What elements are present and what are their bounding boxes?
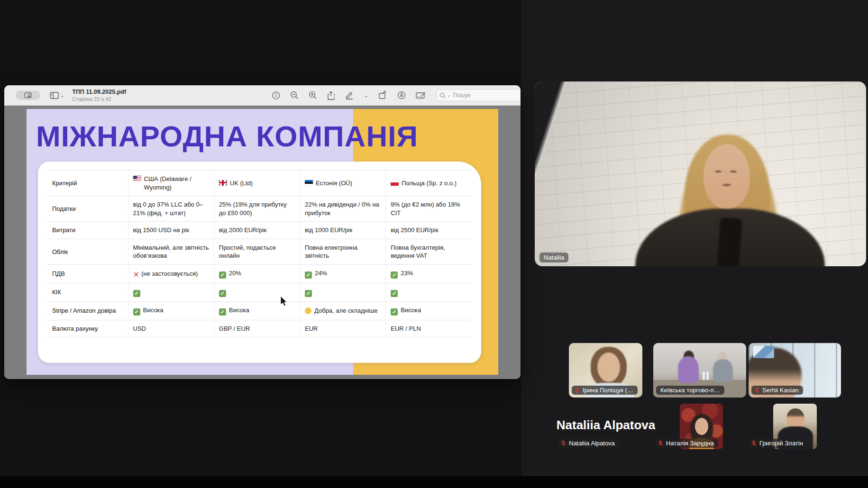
slide: МІЖНАРОДНА КОМПАНІЯ Критерій США (Delawa… [27,109,498,375]
column-header-text: UK (Ltd) [230,179,253,188]
participant-tile-irina[interactable]: Ірина Поліщук (… [569,343,642,398]
main-speaker-video[interactable]: Nataliia [535,81,866,266]
muted-mic-icon [751,440,757,446]
table-cell: від 1000 EUR/рік [300,222,386,239]
search-field[interactable]: ⌄ [436,89,521,101]
cell-text: 9% (до €2 млн) або 19% CIT [391,201,460,217]
cell-text: 20% [229,270,241,277]
table-cell: Простий, подається онлайн [214,239,300,264]
participant-name-text: Nataliia Alpatova [569,440,615,447]
screen: ⌄ ТПП 11.09.2025.pdf Сторінка 23 із 42 [0,0,868,488]
pdf-preview-window: ⌄ ТПП 11.09.2025.pdf Сторінка 23 із 42 [4,85,521,379]
table-column-header: Польща (Sp. z o.o.) [386,171,472,196]
table-cell: Добра, але складніше [300,301,386,320]
window-proxy-button[interactable] [16,90,40,100]
bottom-black-strip [0,476,868,488]
table-row: Податкивід 0 до 37% LLC або 0–21% (фед. … [47,196,472,222]
water-bottle [703,371,705,380]
table-row: ОблікМінімальний, але звітність обов’язк… [47,239,472,264]
row-label: КІК [47,283,128,301]
search-chevron-icon[interactable]: ⌄ [447,93,451,98]
cross-icon: ✕ [133,271,139,278]
table-cell: ✓20% [214,264,300,283]
sidebar-toggle-button[interactable] [50,92,59,99]
cell-text: Повна бухгалтерія, ведення VAT [391,244,445,260]
pl-flag-icon [391,180,399,186]
pdf-page-area: МІЖНАРОДНА КОМПАНІЯ Критерій США (Delawa… [4,106,521,379]
table-row: ПДВ✕(не застосовується)✓20%✓24%✓23% [47,264,472,283]
cell-text: Повна електронна звітність [305,244,357,260]
participant-name-label: Наталія Зарудна [655,439,718,448]
participant-tile-kyiv-chamber[interactable]: Київська торгово-п… [653,343,746,398]
cell-text: GBP / EUR [219,325,250,332]
form-fill-button[interactable] [416,91,426,99]
column-header-text: Естонія (OÜ) [316,179,352,188]
us-flag-icon [133,176,141,181]
info-button[interactable] [272,91,280,99]
participant-figure [678,356,699,383]
muted-mic-icon [754,387,760,393]
cell-text: від 2500 EUR/рік [391,226,438,234]
participant-figure [695,418,708,435]
document-title-block: ТПП 11.09.2025.pdf Сторінка 23 із 42 [72,89,126,102]
cell-text: Мінімальний, але звітність обов’язкова [133,244,209,260]
table-cell: ✓23% [386,264,472,283]
table-row: Валюта рахункуUSDGBP / EUREUREUR / PLN [47,320,472,337]
row-label: ПДВ [47,264,128,283]
table-row: Stripe / Amazon довіра✓Висока✓ВисокаДобр… [47,301,472,320]
participant-name-label: Київська торгово-п… [656,386,724,395]
row-label: Облік [47,239,128,264]
check-icon: ✓ [391,290,398,297]
participant-figure [597,352,620,382]
table-cell: від 2500 EUR/рік [386,222,472,239]
participant-name-text: Serhii Kasian [762,387,799,394]
table-cell: 9% (до €2 млн) або 19% CIT [386,196,472,222]
cell-text: від 1500 USD на рік [133,226,189,234]
markup-pencil-button[interactable] [345,91,354,99]
uk-flag-icon [219,180,227,186]
zoom-in-button[interactable] [309,91,317,99]
table-row: КІК✓✓✓✓ [47,283,472,301]
participant-tile-serhii[interactable]: Serhii Kasian [749,343,841,398]
page-indicator: Сторінка 23 із 42 [72,96,126,102]
pdf-toolbar: ⌄ ТПП 11.09.2025.pdf Сторінка 23 із 42 [4,85,521,106]
cell-text: від 2000 EUR/рік [219,226,266,234]
participant-name-label: Ірина Поліщук (… [572,386,638,395]
table-cell: ✓ [300,283,386,301]
cell-text: Висока [229,307,249,314]
markup-chevron-icon[interactable]: ⌄ [364,93,368,98]
table-cell: Мінімальний, але звітність обов’язкова [128,239,214,264]
check-icon: ✓ [219,308,226,316]
check-icon: ✓ [391,308,398,316]
table-cell: 22% на дивіденди / 0% на прибуток [300,196,386,222]
cell-text: Висока [143,307,164,314]
zoom-out-button[interactable] [290,91,299,99]
row-label: Stripe / Amazon довіра [47,301,128,320]
check-icon: ✓ [305,271,312,279]
table-cell: ✓24% [300,264,386,283]
share-button[interactable] [327,91,335,100]
participant-big-name[interactable]: Nataliia Alpatova [558,415,653,435]
table-cell: ✓ [128,283,214,301]
participant-name-text: Наталія Зарудна [666,440,714,447]
check-icon: ✓ [305,290,312,297]
table-header-row: Критерій США (Delaware / Wyoming)UK (Ltd… [47,171,472,196]
check-icon: ✓ [133,290,140,297]
cell-text: від 0 до 37% LLC або 0–21% (фед. + штат) [133,201,203,217]
check-icon: ✓ [219,271,226,279]
search-input[interactable] [452,91,521,99]
muted-mic-icon [574,387,580,393]
cell-text: (не застосовується) [141,270,198,277]
table-cell: ✓Висока [128,301,214,320]
table-cell: ✕(не застосовується) [128,264,214,283]
instant-alpha-button[interactable] [397,91,406,99]
sidebar-chevron-icon[interactable]: ⌄ [60,93,64,98]
rotate-button[interactable] [378,91,387,99]
mouse-cursor [280,296,288,307]
slide-title: МІЖНАРОДНА КОМПАНІЯ [36,119,482,153]
table-cell: EUR [300,320,386,337]
cell-text: USD [133,325,146,332]
table-cell: USD [128,320,214,337]
comparison-table: Критерій США (Delaware / Wyoming)UK (Ltd… [47,170,472,337]
table-cell: від 0 до 37% LLC або 0–21% (фед. + штат) [128,196,214,222]
